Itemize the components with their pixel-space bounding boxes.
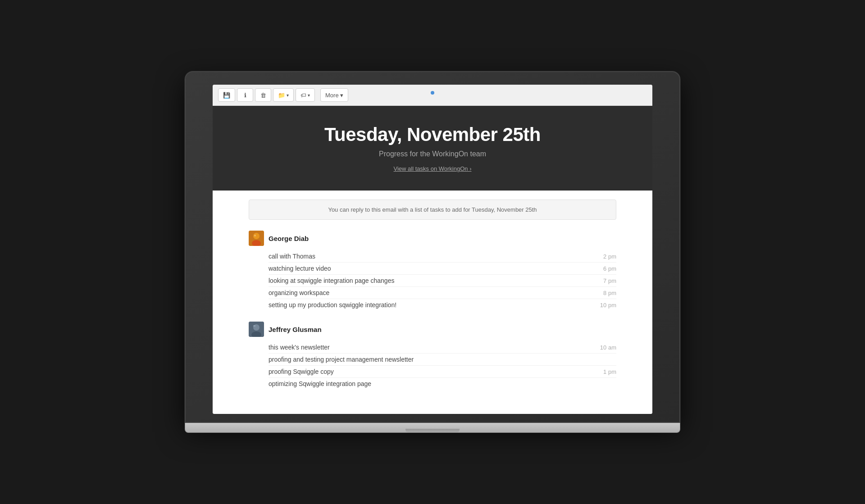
person-header-george: George Diab <box>249 231 616 246</box>
task-time: 2 pm <box>603 253 616 260</box>
tag-icon: 🏷 <box>300 92 306 99</box>
person-name-george: George Diab <box>269 235 309 242</box>
task-item: proofing and testing project management … <box>269 354 616 366</box>
task-time: 10 am <box>600 344 616 351</box>
task-time: 1 pm <box>603 368 616 375</box>
folder-button[interactable]: 📁 ▾ <box>273 88 294 102</box>
task-item: call with Thomas 2 pm <box>269 250 616 263</box>
view-all-tasks-link[interactable]: View all tasks on WorkingOn › <box>394 165 472 172</box>
task-item: proofing Sqwiggle copy 1 pm <box>269 366 616 378</box>
person-name-jeffrey: Jeffrey Glusman <box>269 326 322 333</box>
task-name: proofing and testing project management … <box>269 356 414 363</box>
toolbar-button-group: 💾 ℹ 🗑 📁 ▾ 🏷 ▾ <box>218 88 348 102</box>
task-name: setting up my production sqwiggle integr… <box>269 301 396 309</box>
task-name: optimizing Sqwiggle integration page <box>269 380 371 387</box>
avatar-jeffrey <box>249 322 264 337</box>
tag-button[interactable]: 🏷 ▾ <box>296 88 315 102</box>
task-time: 10 pm <box>600 302 616 309</box>
svg-point-1 <box>253 233 260 239</box>
svg-point-3 <box>254 235 256 236</box>
task-item: organizing workspace 8 pm <box>269 287 616 299</box>
task-time: 8 pm <box>603 290 616 296</box>
info-button[interactable]: ℹ <box>237 88 253 102</box>
task-item: this week's newsletter 10 am <box>269 341 616 354</box>
email-content: Tuesday, November 25th Progress for the … <box>213 106 652 414</box>
task-list-george: call with Thomas 2 pm watching lecture v… <box>249 250 616 311</box>
chevron-down-icon: ▾ <box>287 93 289 98</box>
task-time: 6 pm <box>603 265 616 272</box>
save-button[interactable]: 💾 <box>218 88 235 102</box>
trash-icon: 🗑 <box>260 92 266 99</box>
task-name: call with Thomas <box>269 253 315 260</box>
avatar-george <box>249 231 264 246</box>
email-title: Tuesday, November 25th <box>222 124 643 145</box>
task-item: looking at sqwiggle integration page cha… <box>269 275 616 287</box>
laptop-container: 💾 ℹ 🗑 📁 ▾ 🏷 ▾ <box>185 71 680 433</box>
more-button[interactable]: More ▾ <box>320 88 348 102</box>
laptop-base <box>185 423 680 433</box>
svg-rect-7 <box>253 325 255 327</box>
email-header: Tuesday, November 25th Progress for the … <box>213 106 652 191</box>
delete-button[interactable]: 🗑 <box>255 88 271 102</box>
save-icon: 💾 <box>223 92 230 99</box>
task-item: watching lecture video 6 pm <box>269 263 616 275</box>
person-section-george: George Diab call with Thomas 2 pm watchi… <box>249 231 616 311</box>
screen-bezel: 💾 ℹ 🗑 📁 ▾ 🏷 ▾ <box>185 71 680 423</box>
camera-dot <box>431 91 434 95</box>
task-name: organizing workspace <box>269 289 329 296</box>
laptop-screen: 💾 ℹ 🗑 📁 ▾ 🏷 ▾ <box>213 85 652 414</box>
email-subtitle: Progress for the WorkingOn team <box>222 150 643 158</box>
info-icon: ℹ <box>244 92 246 99</box>
person-section-jeffrey: Jeffrey Glusman this week's newsletter 1… <box>249 322 616 390</box>
task-time: 7 pm <box>603 277 616 284</box>
email-body: You can reply to this email with a list … <box>213 191 652 414</box>
more-label: More ▾ <box>325 92 343 99</box>
person-header-jeffrey: Jeffrey Glusman <box>249 322 616 337</box>
task-item: setting up my production sqwiggle integr… <box>269 299 616 311</box>
task-name: this week's newsletter <box>269 344 330 351</box>
folder-icon: 📁 <box>278 92 285 99</box>
task-name: proofing Sqwiggle copy <box>269 368 334 375</box>
task-name: watching lecture video <box>269 265 331 272</box>
task-list-jeffrey: this week's newsletter 10 am proofing an… <box>249 341 616 390</box>
task-name: looking at sqwiggle integration page cha… <box>269 277 394 284</box>
email-toolbar: 💾 ℹ 🗑 📁 ▾ 🏷 ▾ <box>213 85 652 106</box>
task-item: optimizing Sqwiggle integration page <box>269 378 616 390</box>
chevron-down-icon: ▾ <box>308 93 310 98</box>
reply-notice: You can reply to this email with a list … <box>249 200 616 220</box>
